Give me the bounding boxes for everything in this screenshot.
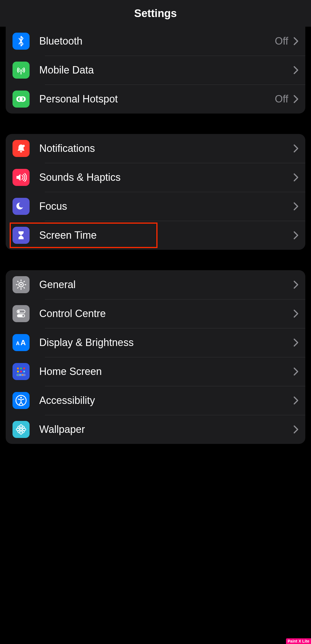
chevron-right-icon: [293, 95, 298, 103]
row-wallpaper[interactable]: Wallpaper: [6, 415, 305, 444]
row-accessibility[interactable]: Accessibility: [6, 386, 305, 415]
svg-point-40: [17, 430, 20, 433]
svg-point-16: [18, 311, 20, 312]
chevron-right-icon: [293, 367, 298, 376]
app-grid-icon: [13, 363, 30, 380]
row-label: Accessibility: [39, 395, 293, 406]
svg-point-14: [20, 284, 22, 286]
text-size-icon: AA: [13, 334, 30, 351]
row-label: General: [39, 279, 293, 291]
row-personal-hotspot[interactable]: Personal Hotspot Off: [6, 85, 305, 114]
flower-icon: [13, 421, 30, 438]
row-label: Sounds & Haptics: [39, 171, 293, 183]
svg-point-38: [17, 425, 20, 429]
hourglass-icon: [13, 227, 30, 244]
row-label: Control Centre: [39, 308, 293, 320]
svg-point-39: [22, 425, 25, 429]
divider: [45, 221, 305, 221]
chevron-right-icon: [293, 280, 298, 289]
chevron-right-icon: [293, 338, 298, 347]
divider: [45, 299, 305, 299]
switches-icon: [13, 305, 30, 322]
row-display-brightness[interactable]: AA Display & Brightness: [6, 328, 305, 357]
svg-rect-23: [23, 368, 25, 369]
svg-rect-28: [17, 374, 19, 376]
divider: [45, 85, 305, 85]
row-label: Mobile Data: [39, 64, 293, 76]
svg-line-12: [24, 281, 25, 282]
settings-header: Settings: [0, 0, 311, 27]
svg-text:A: A: [20, 338, 26, 347]
svg-rect-25: [20, 371, 22, 372]
chevron-right-icon: [293, 66, 298, 74]
chevron-right-icon: [293, 37, 298, 45]
speaker-icon: [13, 169, 30, 186]
chevron-right-icon: [293, 173, 298, 182]
divider: [45, 163, 305, 163]
svg-rect-22: [20, 368, 22, 369]
row-bluetooth[interactable]: Bluetooth Off: [6, 27, 305, 56]
settings-group-system: General Control Centre AA Display & Brig…: [6, 270, 305, 444]
divider: [45, 192, 305, 192]
svg-point-41: [22, 430, 25, 433]
row-notifications[interactable]: Notifications: [6, 134, 305, 163]
chevron-right-icon: [293, 396, 298, 405]
row-screen-time[interactable]: Screen Time: [6, 221, 305, 250]
svg-rect-29: [20, 374, 21, 376]
chevron-right-icon: [293, 202, 298, 211]
row-label: Personal Hotspot: [39, 93, 275, 105]
svg-rect-24: [17, 371, 19, 372]
antenna-icon: [13, 62, 30, 79]
row-value: Off: [275, 93, 288, 105]
svg-text:A: A: [16, 341, 20, 346]
divider: [45, 386, 305, 386]
chevron-right-icon: [293, 231, 298, 240]
svg-rect-30: [22, 374, 23, 376]
bluetooth-icon: [13, 33, 30, 50]
row-general[interactable]: General: [6, 270, 305, 299]
divider: [45, 357, 305, 357]
svg-rect-21: [17, 368, 19, 369]
row-label: Screen Time: [39, 229, 293, 241]
row-home-screen[interactable]: Home Screen: [6, 357, 305, 386]
divider: [45, 328, 305, 328]
row-mobile-data[interactable]: Mobile Data: [6, 56, 305, 85]
svg-line-11: [24, 287, 25, 288]
page-title: Settings: [134, 7, 177, 20]
row-control-centre[interactable]: Control Centre: [6, 299, 305, 328]
divider: [45, 56, 305, 56]
settings-group-connectivity: Bluetooth Off Mobile Data Personal Hotsp…: [6, 27, 305, 114]
gear-icon: [13, 276, 30, 293]
row-sounds-haptics[interactable]: Sounds & Haptics: [6, 163, 305, 192]
svg-rect-26: [23, 371, 25, 372]
bell-icon: [13, 140, 30, 157]
chevron-right-icon: [293, 309, 298, 318]
chevron-right-icon: [293, 425, 298, 434]
row-label: Display & Brightness: [39, 337, 293, 349]
accessibility-icon: [13, 392, 30, 409]
row-label: Focus: [39, 200, 293, 212]
svg-line-10: [17, 281, 18, 282]
svg-point-33: [20, 428, 22, 431]
svg-line-13: [17, 287, 18, 288]
row-focus[interactable]: Focus: [6, 192, 305, 221]
settings-group-attention: Notifications Sounds & Haptics Focus Scr…: [6, 134, 305, 250]
row-label: Notifications: [39, 142, 293, 154]
row-label: Bluetooth: [39, 35, 275, 47]
row-label: Wallpaper: [39, 423, 293, 435]
svg-point-32: [20, 397, 22, 398]
link-icon: [13, 91, 30, 108]
divider: [45, 415, 305, 415]
chevron-right-icon: [293, 144, 298, 153]
moon-icon: [13, 198, 30, 215]
row-label: Home Screen: [39, 366, 293, 377]
svg-point-18: [22, 315, 24, 317]
row-value: Off: [275, 35, 288, 47]
svg-point-4: [22, 145, 25, 147]
